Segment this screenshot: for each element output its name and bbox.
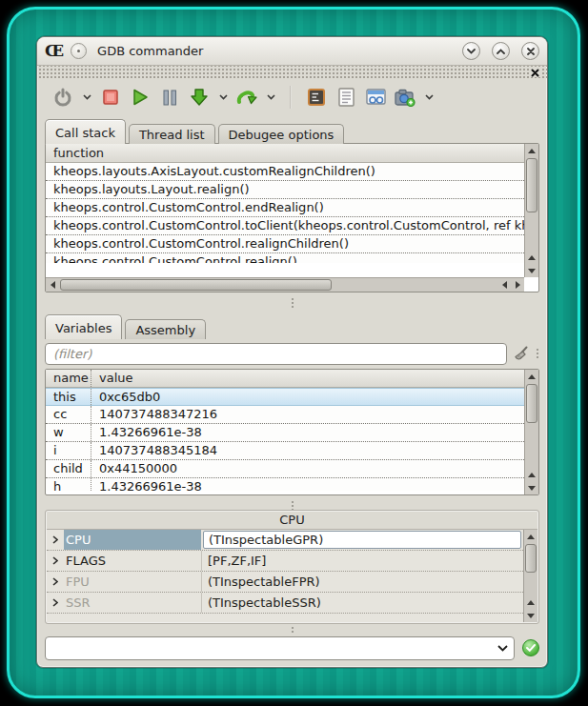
register-row[interactable]: FPU (TInspectableFPR): [47, 572, 523, 593]
scroll-track[interactable]: [525, 157, 538, 251]
scroll-down-button[interactable]: [525, 264, 538, 277]
cpu-vertical-scrollbar[interactable]: [523, 530, 537, 622]
app-frame: Œ GDB commander: [7, 7, 580, 698]
stop-button[interactable]: [98, 85, 123, 110]
column-header-name[interactable]: name: [46, 370, 91, 387]
scroll-up-button[interactable]: [524, 530, 537, 543]
shade-button[interactable]: [462, 42, 480, 60]
step-into-dropdown-button[interactable]: [216, 85, 230, 110]
callstack-row[interactable]: kheops.layouts.AxisLayout.customRealignC…: [46, 163, 524, 181]
register-name: FPU: [64, 572, 201, 592]
close-button[interactable]: [521, 42, 539, 60]
cpu-register-list: CPU (TInspectableGPR) FLAGS [PF,ZF,IF]: [47, 530, 523, 622]
callstack-row[interactable]: kheops.control.CustomControl.realignChil…: [46, 235, 524, 253]
splitter-handle[interactable]: [291, 625, 294, 635]
scroll-up-button[interactable]: [524, 595, 537, 609]
expand-chevron-icon[interactable]: [47, 556, 64, 565]
expand-chevron-icon[interactable]: [47, 598, 64, 607]
log-view-button[interactable]: [334, 85, 358, 110]
expand-chevron-icon[interactable]: [47, 577, 64, 586]
scroll-left-button[interactable]: [497, 278, 511, 292]
confirm-button[interactable]: [522, 639, 539, 656]
command-input[interactable]: [46, 641, 491, 656]
dock-close-button[interactable]: [529, 69, 541, 77]
power-dropdown-button[interactable]: [80, 85, 93, 110]
pause-button[interactable]: [157, 85, 182, 110]
register-row[interactable]: CPU (TInspectableGPR): [47, 530, 523, 551]
scroll-track[interactable]: [59, 278, 497, 292]
variable-row[interactable]: w 1.43266961e-38: [46, 424, 524, 442]
run-button[interactable]: [128, 85, 152, 110]
tab[interactable]: Thread list: [129, 124, 215, 144]
tab[interactable]: Debugee options: [218, 124, 345, 144]
scroll-track[interactable]: [524, 543, 537, 595]
dock-handle[interactable]: [37, 66, 547, 79]
splitter-handle[interactable]: [536, 347, 539, 360]
callstack-row[interactable]: kheops.control.CustomControl.realign(): [46, 253, 524, 263]
tab[interactable]: Assembly: [125, 319, 206, 339]
register-value: (TInspectableFPR): [201, 572, 523, 592]
callstack-column-header[interactable]: function: [46, 144, 524, 163]
combo-dropdown-button[interactable]: [491, 645, 514, 652]
step-over-button[interactable]: [234, 85, 259, 110]
scroll-up-button[interactable]: [525, 144, 538, 157]
maximize-button[interactable]: [492, 42, 510, 60]
variable-name: this: [46, 389, 91, 405]
scroll-down-button[interactable]: [524, 609, 537, 622]
variable-row[interactable]: this 0xc65db0: [46, 388, 524, 406]
register-value: (TInspectableGPR): [201, 530, 523, 550]
window-menu-button[interactable]: [71, 43, 87, 59]
register-row[interactable]: FLAGS [PF,ZF,IF]: [47, 551, 523, 572]
document-icon: [338, 88, 355, 107]
callstack-vertical-scrollbar[interactable]: [524, 144, 538, 277]
cpu-view-button[interactable]: [304, 85, 329, 110]
scroll-down-button[interactable]: [525, 481, 538, 494]
scroll-thumb[interactable]: [526, 384, 537, 423]
chevron-down-icon: [83, 94, 91, 100]
scroll-thumb[interactable]: [525, 544, 537, 573]
step-over-dropdown-button[interactable]: [264, 85, 277, 110]
variables-tabbar: VariablesAssembly: [45, 314, 209, 339]
scroll-right-button[interactable]: [511, 278, 524, 292]
callstack-row[interactable]: kheops.control.CustomControl.toClient(kh…: [46, 217, 524, 235]
variables-header[interactable]: name value: [46, 370, 524, 388]
column-header-value[interactable]: value: [91, 370, 133, 387]
expand-chevron-icon[interactable]: [47, 535, 64, 544]
snapshot-button[interactable]: [393, 85, 417, 110]
callstack-horizontal-scrollbar[interactable]: [46, 277, 524, 292]
callstack-row[interactable]: kheops.layouts.Layout.realign(): [46, 181, 524, 199]
chevron-up-icon: [497, 49, 505, 54]
variable-row[interactable]: h 1.43266961e-38: [46, 478, 524, 491]
callstack-row[interactable]: kheops.control.CustomControl.endRealign(…: [46, 199, 524, 217]
splitter-handle[interactable]: [291, 296, 294, 310]
scroll-thumb[interactable]: [60, 279, 332, 291]
filter-input[interactable]: [45, 343, 507, 365]
variable-row[interactable]: cc 140737488347216: [46, 406, 524, 424]
tab[interactable]: Call stack: [45, 119, 126, 144]
chevron-down-icon: [219, 94, 228, 100]
scroll-up-button[interactable]: [525, 370, 538, 383]
register-row[interactable]: SSR (TInspectableSSR): [47, 593, 523, 614]
camera-icon: [395, 89, 416, 107]
variables-vertical-scrollbar[interactable]: [524, 370, 538, 494]
scroll-track[interactable]: [525, 383, 538, 468]
scroll-up-button[interactable]: [525, 251, 538, 264]
snapshot-dropdown-button[interactable]: [422, 85, 436, 110]
chevron-down-icon: [425, 94, 434, 100]
variable-row[interactable]: child 0x44150000: [46, 460, 524, 478]
power-button[interactable]: [51, 85, 75, 110]
step-into-button[interactable]: [187, 85, 212, 110]
scroll-thumb[interactable]: [526, 158, 537, 212]
broom-icon: [513, 345, 530, 362]
tab[interactable]: Variables: [45, 314, 122, 339]
variable-value: 140737488347216: [91, 406, 217, 423]
step-into-icon: [190, 88, 209, 107]
command-combobox[interactable]: [45, 636, 515, 660]
scroll-up-button[interactable]: [525, 468, 538, 481]
titlebar[interactable]: Œ GDB commander: [37, 37, 547, 66]
variable-row[interactable]: i 140737488345184: [46, 442, 524, 460]
chip-icon: [307, 88, 326, 107]
watch-view-button[interactable]: [363, 85, 388, 110]
scroll-left-button[interactable]: [46, 278, 59, 292]
clear-filter-button[interactable]: [513, 345, 530, 362]
